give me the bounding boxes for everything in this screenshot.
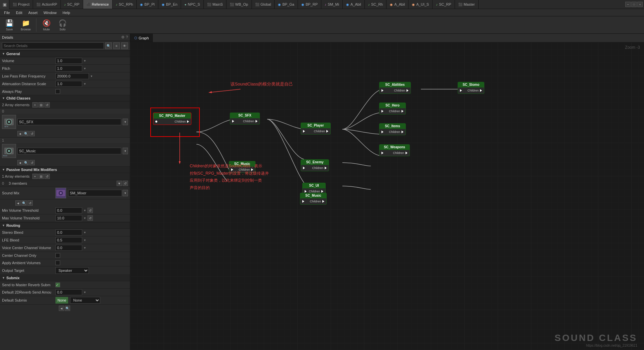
tab-graph[interactable]: ⬡ Graph xyxy=(130,34,153,42)
node-sc-player[interactable]: SC_Player Children xyxy=(301,123,331,135)
maximize-button[interactable]: □ xyxy=(631,2,637,7)
section-passive-sound[interactable]: ▼ Passive Sound Mix Modifiers xyxy=(0,167,130,173)
tab-a-abil2[interactable]: ◉A_Abil xyxy=(386,0,409,9)
search-button[interactable]: 🔍 xyxy=(105,42,112,49)
tab-sc-rp2[interactable]: ♪SC_RP xyxy=(433,0,455,9)
passive-members-dropdown[interactable]: ▼ xyxy=(117,181,122,186)
node-sc-sfx[interactable]: SC_SFX Children xyxy=(230,113,260,125)
mute-button[interactable]: 🔇 Mute xyxy=(40,18,53,32)
min-volume-input[interactable] xyxy=(55,207,82,213)
graph-canvas[interactable]: Zoom -3 xyxy=(130,42,644,350)
center-channel-checkbox[interactable] xyxy=(55,253,60,258)
max-volume-reset[interactable]: ↺ xyxy=(88,215,93,221)
volume-input[interactable] xyxy=(55,58,82,64)
max-volume-input[interactable] xyxy=(55,215,82,221)
send-master-reverb-checkbox[interactable]: ✓ xyxy=(55,283,60,287)
view-toggle-button[interactable]: 👁 xyxy=(121,42,128,49)
voice-center-input[interactable] xyxy=(55,245,82,251)
tab-actionrp[interactable]: ⬛ActionRP xyxy=(33,0,61,9)
pitch-spin-icon[interactable]: ▼ xyxy=(83,67,87,70)
reset-passive-button[interactable]: ↺ xyxy=(44,174,50,179)
always-play-checkbox[interactable] xyxy=(55,89,60,94)
add-child-button[interactable]: + xyxy=(32,102,38,108)
low-pass-input[interactable] xyxy=(55,73,89,79)
menu-file[interactable]: File xyxy=(1,10,13,15)
tab-bp-ga[interactable]: ◉BP_Ga xyxy=(275,0,298,9)
node-sc-items[interactable]: SC_Items Children xyxy=(379,123,406,135)
child-item-0-search-button[interactable]: 🔍 xyxy=(23,131,29,136)
tab-master[interactable]: ⬛Master xyxy=(455,0,479,9)
child-item-1-reset-button[interactable]: ↺ xyxy=(29,160,35,165)
tab-bp-pl[interactable]: ◉BP_Pl xyxy=(137,0,158,9)
child-item-0-reset-button[interactable]: ↺ xyxy=(29,131,35,136)
tab-sc-rh[interactable]: ♪SC_Rh xyxy=(365,0,386,9)
max-volume-spin[interactable]: ▼ xyxy=(83,217,87,220)
section-submix[interactable]: ▼ Submix xyxy=(0,275,130,281)
apply-ambient-checkbox[interactable] xyxy=(55,260,60,265)
tab-global[interactable]: ⬛Global xyxy=(252,0,275,9)
attenuation-spin-icon[interactable]: ▼ xyxy=(83,82,87,85)
solo-button[interactable]: 🎧 Solo xyxy=(56,18,69,32)
tab-reference[interactable]: ⬛Reference xyxy=(83,0,113,9)
sound-mix-back-button[interactable]: ◄ xyxy=(15,200,21,206)
default-2dreverb-input[interactable] xyxy=(55,289,82,295)
tab-sm-mi[interactable]: ♪SM_Mi xyxy=(321,0,343,9)
stereo-bleed-spin[interactable]: ▼ xyxy=(83,231,87,234)
low-pass-spin-icon[interactable]: ▼ xyxy=(90,75,94,78)
node-sc-hero[interactable]: SC_Hero Children xyxy=(379,103,406,115)
default-2dreverb-spin[interactable]: ▼ xyxy=(83,291,87,294)
panel-settings-icon[interactable]: ⚙ xyxy=(121,35,125,39)
volume-spin-icon[interactable]: ▼ xyxy=(83,59,87,62)
menu-asset[interactable]: Asset xyxy=(26,10,40,15)
default-submix-back-button[interactable]: ◄ xyxy=(59,306,64,311)
sound-mix-dropdown[interactable]: ▼ xyxy=(123,190,128,196)
node-sc-enemy[interactable]: SC_Enemy Children xyxy=(301,159,329,171)
node-sc-abilities[interactable]: SC_Abilities Children xyxy=(379,82,411,94)
node-sc-weapons[interactable]: SC_Weapons Children xyxy=(379,144,410,156)
tab-mains[interactable]: ⬛MainS xyxy=(204,0,226,9)
child-item-0-dropdown[interactable]: ▼ xyxy=(123,119,128,125)
close-button[interactable]: × xyxy=(637,2,643,7)
reset-child-button[interactable]: ↺ xyxy=(44,102,50,108)
section-routing[interactable]: ▼ Routing xyxy=(0,222,130,229)
tab-npc-s[interactable]: ●NPC_S xyxy=(181,0,204,9)
node-sc-rpg-master[interactable]: SC_RPG_Master Children xyxy=(153,113,191,125)
output-target-select[interactable]: Speaker Controller xyxy=(55,267,89,274)
tab-project[interactable]: ⬛Project xyxy=(9,0,33,9)
lfe-bleed-input[interactable] xyxy=(55,237,82,243)
section-child-classes[interactable]: ▼ Child Classes xyxy=(0,95,130,102)
node-sc-music-lower[interactable]: SC_Music Children xyxy=(300,193,327,205)
default-submix-search-button[interactable]: 🔍 xyxy=(65,306,70,311)
search-input[interactable] xyxy=(2,42,104,49)
voice-center-spin[interactable]: ▼ xyxy=(83,246,87,249)
tab-bp-en[interactable]: ◉BP_En xyxy=(158,0,181,9)
tab-sc-rph[interactable]: ♪SC_RPh xyxy=(113,0,137,9)
lfe-bleed-spin[interactable]: ▼ xyxy=(83,239,87,242)
section-general[interactable]: ▼ General xyxy=(0,51,130,57)
child-item-0-input[interactable] xyxy=(17,119,121,125)
child-item-0-back-button[interactable]: ◄ xyxy=(17,131,23,136)
min-volume-spin[interactable]: ▼ xyxy=(83,209,87,212)
panel-help-icon[interactable]: ? xyxy=(126,35,128,39)
passive-members-reset[interactable]: ↺ xyxy=(123,181,128,186)
sound-mix-reset-button[interactable]: ↺ xyxy=(27,200,33,206)
add-passive-button[interactable]: + xyxy=(32,174,38,179)
attenuation-input[interactable] xyxy=(55,81,82,87)
tab-a-abil1[interactable]: ◉A_Abil xyxy=(343,0,365,9)
node-sc-slomo[interactable]: SC_Slomo Children xyxy=(458,82,484,94)
tab-wb-op[interactable]: ⬛WB_Op xyxy=(226,0,252,9)
copy-passive-button[interactable]: ⊞ xyxy=(38,174,44,179)
min-volume-reset[interactable]: ↺ xyxy=(88,208,93,213)
menu-window[interactable]: Window xyxy=(41,10,59,15)
stereo-bleed-input[interactable] xyxy=(55,229,82,235)
sound-mix-input[interactable] xyxy=(68,190,122,196)
copy-child-button[interactable]: ⊞ xyxy=(38,102,44,108)
minimize-button[interactable]: ─ xyxy=(625,2,631,7)
browse-button[interactable]: 📁 Browse xyxy=(19,18,33,32)
child-item-1-dropdown[interactable]: ▼ xyxy=(123,148,128,154)
menu-edit[interactable]: Edit xyxy=(13,10,25,15)
sound-mix-search-button[interactable]: 🔍 xyxy=(21,200,27,206)
child-item-1-back-button[interactable]: ◄ xyxy=(17,160,23,165)
child-item-1-search-button[interactable]: 🔍 xyxy=(23,160,29,165)
menu-help[interactable]: Help xyxy=(60,10,73,15)
